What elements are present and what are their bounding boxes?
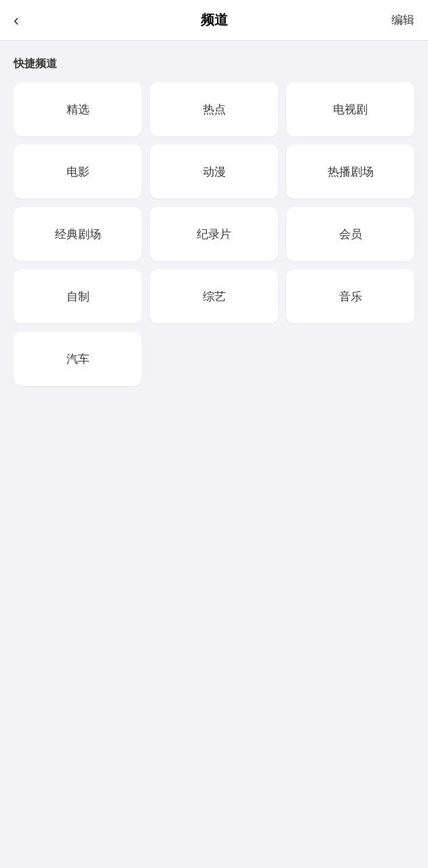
section-title: 快捷频道 xyxy=(14,57,414,71)
channel-card-dongman[interactable]: 动漫 xyxy=(150,144,278,199)
channel-card-dianshiju[interactable]: 电视剧 xyxy=(286,82,414,136)
back-button[interactable]: ‹ xyxy=(14,11,54,30)
channel-label-huiyuan: 会员 xyxy=(339,226,362,242)
page-title: 频道 xyxy=(54,11,374,29)
channel-card-zizhi[interactable]: 自制 xyxy=(14,269,142,323)
channel-card-dianying[interactable]: 电影 xyxy=(14,144,142,199)
channel-label-zizhi: 自制 xyxy=(66,289,90,304)
channel-card-huiyuan[interactable]: 会员 xyxy=(286,207,414,261)
channels-grid: 精选热点电视剧电影动漫热播剧场经典剧场纪录片会员自制综艺音乐汽车 xyxy=(14,82,414,386)
back-arrow-icon: ‹ xyxy=(14,11,19,30)
channel-card-zongyi[interactable]: 综艺 xyxy=(150,269,278,323)
channel-label-rebojuchang: 热播剧场 xyxy=(328,164,374,180)
channel-card-jingxuan[interactable]: 精选 xyxy=(14,82,142,136)
channel-label-zongyi: 综艺 xyxy=(203,289,226,304)
channel-label-dongman: 动漫 xyxy=(203,164,226,180)
channel-label-yinyue: 音乐 xyxy=(339,289,362,304)
channel-card-qiche[interactable]: 汽车 xyxy=(14,332,142,386)
channel-card-yinyue[interactable]: 音乐 xyxy=(286,269,414,323)
channel-label-dianshiju: 电视剧 xyxy=(333,102,368,117)
channel-label-jingdianjuchang: 经典剧场 xyxy=(55,226,101,242)
channel-card-jilupian[interactable]: 纪录片 xyxy=(150,207,278,261)
header: ‹ 频道 编辑 xyxy=(0,0,428,41)
channel-card-rebojuchang[interactable]: 热播剧场 xyxy=(286,144,414,199)
channel-label-qiche: 汽车 xyxy=(66,351,90,367)
channel-card-redian[interactable]: 热点 xyxy=(150,82,278,136)
channel-label-dianying: 电影 xyxy=(66,164,90,180)
channel-label-redian: 热点 xyxy=(203,102,226,117)
channel-card-jingdianjuchang[interactable]: 经典剧场 xyxy=(14,207,142,261)
quick-channels-section: 快捷频道 精选热点电视剧电影动漫热播剧场经典剧场纪录片会员自制综艺音乐汽车 xyxy=(0,41,428,397)
channel-label-jilupian: 纪录片 xyxy=(197,226,231,242)
edit-button[interactable]: 编辑 xyxy=(374,12,414,28)
channel-label-jingxuan: 精选 xyxy=(66,102,90,117)
